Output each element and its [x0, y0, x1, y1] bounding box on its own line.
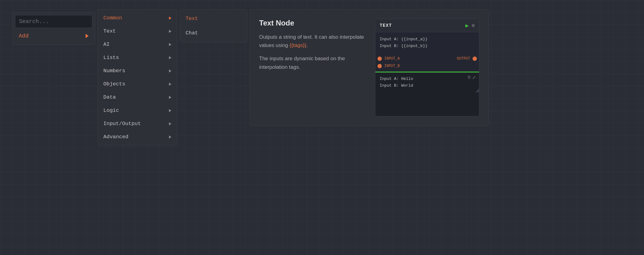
- tag-highlight: {{tags}}: [289, 42, 306, 48]
- preview-panel: Text Node Outputs a string of text. It c…: [250, 9, 489, 126]
- arrow-icon-logic: [169, 109, 171, 112]
- node-output-body: ⎘ ⤢ Input A: Hello Input B: World: [375, 73, 479, 92]
- menu-item-text[interactable]: Text: [98, 25, 177, 38]
- node-preview: TEXT ▶ ⚙ Input A: {{input_a}} Input B: {…: [375, 19, 479, 116]
- menu-item-ai[interactable]: AI: [98, 38, 177, 51]
- arrow-icon-common: [169, 17, 171, 20]
- input-a-label: INPUT_A: [384, 57, 400, 61]
- copy-icon[interactable]: ⎘: [468, 75, 470, 80]
- output-connector: OUTPUT: [457, 57, 475, 61]
- node-output-line2: Input B: World: [380, 82, 475, 89]
- category-menu: Common Text AI Lists Numbers Objects Dat…: [98, 9, 177, 146]
- node-body: Input A: {{input_a}} Input B: {{input_b}…: [375, 32, 479, 53]
- menu-item-input-output[interactable]: Input/Output: [98, 117, 177, 130]
- menu-item-common[interactable]: Common: [98, 11, 177, 25]
- output-label: OUTPUT: [457, 57, 470, 61]
- menu-item-numbers[interactable]: Numbers: [98, 64, 177, 77]
- input-b-dot: [378, 64, 382, 68]
- input-a-dot: [378, 57, 382, 61]
- sub-menu: Text Chat: [180, 9, 247, 42]
- sub-menu-item-chat[interactable]: Chat: [180, 26, 247, 40]
- arrow-icon-data: [169, 96, 171, 99]
- arrow-icon-numbers: [169, 69, 171, 73]
- menu-item-objects[interactable]: Objects: [98, 77, 177, 91]
- menu-item-lists[interactable]: Lists: [98, 51, 177, 64]
- arrow-icon-advanced: [169, 135, 171, 139]
- search-input[interactable]: [15, 15, 92, 28]
- preview-description: Text Node Outputs a string of text. It c…: [259, 19, 366, 116]
- node-output-line1: Input A: Hello: [380, 76, 475, 82]
- arrow-icon-objects: [169, 83, 171, 86]
- corner-decoration: [475, 88, 479, 92]
- chevron-right-icon: [86, 34, 89, 38]
- menu-item-logic[interactable]: Logic: [98, 104, 177, 117]
- node-header: TEXT ▶ ⚙: [375, 19, 479, 32]
- node-input-a-row: INPUT_A OUTPUT: [375, 55, 479, 62]
- input-a-connector: INPUT_A: [380, 57, 400, 61]
- arrow-icon-ai: [169, 43, 171, 46]
- preview-title: Text Node: [259, 19, 366, 27]
- menu-item-advanced[interactable]: Advanced: [98, 130, 177, 143]
- search-add-panel: Add: [12, 12, 95, 45]
- arrow-icon-lists: [169, 56, 171, 59]
- node-header-icons: ▶ ⚙: [466, 22, 475, 29]
- output-dot: [473, 57, 477, 61]
- node-io-section: INPUT_A OUTPUT INPUT_B: [375, 53, 479, 72]
- play-icon[interactable]: ▶: [466, 22, 469, 29]
- input-b-label: INPUT_B: [384, 64, 400, 68]
- node-input-b-row: INPUT_B: [375, 62, 479, 70]
- preview-desc1: Outputs a string of text. It can also in…: [259, 33, 366, 49]
- sub-menu-item-text[interactable]: Text: [180, 11, 247, 26]
- menu-item-data[interactable]: Data: [98, 91, 177, 104]
- node-code-line2: Input B: {{input_b}}: [380, 43, 475, 49]
- node-title: TEXT: [380, 23, 392, 28]
- gear-icon[interactable]: ⚙: [472, 22, 475, 29]
- arrow-icon-inputoutput: [169, 122, 171, 125]
- preview-desc2: The inputs are dynamic based on the inte…: [259, 54, 366, 71]
- node-output-icons: ⎘ ⤢: [468, 75, 476, 80]
- add-button[interactable]: Add: [15, 30, 92, 42]
- node-code-line1: Input A: {{input_a}}: [380, 36, 475, 43]
- arrow-icon-text: [169, 30, 171, 33]
- expand-icon[interactable]: ⤢: [472, 75, 476, 80]
